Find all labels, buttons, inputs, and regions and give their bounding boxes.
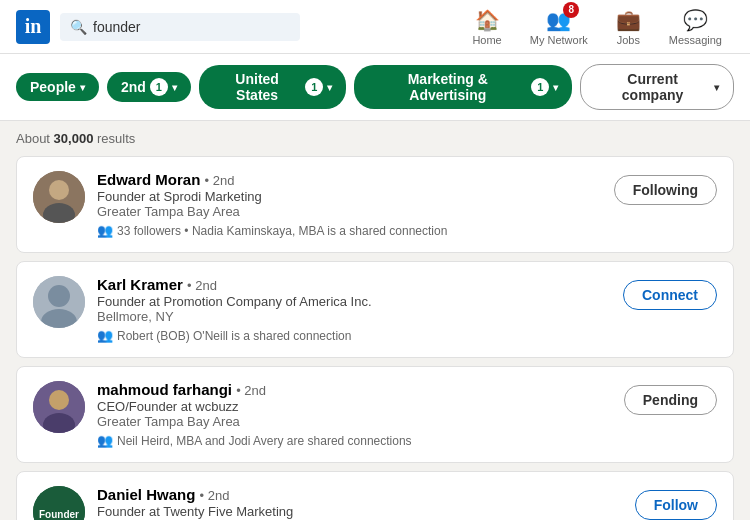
nav-label-home: Home bbox=[472, 34, 501, 46]
karl-connection: 👥 Robert (BOB) O'Neill is a shared conne… bbox=[97, 328, 611, 343]
person-card-mahmoud: mahmoud farhangi • 2nd CEO/Founder at wc… bbox=[16, 366, 734, 463]
connection-icon-mahmoud: 👥 bbox=[97, 433, 113, 448]
chevron-down-icon: ▾ bbox=[80, 82, 85, 93]
karl-avatar-svg bbox=[33, 276, 85, 328]
filter-people-label: People bbox=[30, 79, 76, 95]
edward-name-row: Edward Moran • 2nd bbox=[97, 171, 602, 188]
chevron-down-icon-marketing: ▾ bbox=[553, 82, 558, 93]
karl-title: Founder at Promotion Company of America … bbox=[97, 294, 611, 309]
filter-us-label: United States bbox=[213, 71, 302, 103]
network-badge: 8 bbox=[563, 2, 579, 18]
nav-bar: 🏠 Home 👥8 My Network 💼 Jobs 💬 Messaging bbox=[460, 4, 734, 50]
mahmoud-action: Pending bbox=[624, 381, 717, 415]
svg-text:Founder: Founder bbox=[39, 509, 79, 520]
avatar-mahmoud bbox=[33, 381, 85, 433]
mahmoud-avatar-svg bbox=[33, 381, 85, 433]
filter-marketing[interactable]: Marketing & Advertising 1 ▾ bbox=[354, 65, 572, 109]
filters-bar: People ▾ 2nd 1 ▾ United States 1 ▾ Marke… bbox=[0, 54, 750, 121]
mahmoud-connection: 👥 Neil Heird, MBA and Jodi Avery are sha… bbox=[97, 433, 612, 448]
linkedin-logo[interactable]: in bbox=[16, 10, 50, 44]
filter-current-company[interactable]: Current company ▾ bbox=[580, 64, 734, 110]
edward-location: Greater Tampa Bay Area bbox=[97, 204, 602, 219]
karl-location: Bellmore, NY bbox=[97, 309, 611, 324]
filter-us-badge: 1 bbox=[305, 78, 323, 96]
connection-icon-edward: 👥 bbox=[97, 223, 113, 238]
pending-button[interactable]: Pending bbox=[624, 385, 717, 415]
filter-2nd-badge: 1 bbox=[150, 78, 168, 96]
chevron-down-icon-company: ▾ bbox=[714, 82, 719, 93]
nav-label-network: My Network bbox=[530, 34, 588, 46]
avatar-daniel: Founder bbox=[33, 486, 85, 520]
filter-marketing-badge: 1 bbox=[531, 78, 549, 96]
mahmoud-location: Greater Tampa Bay Area bbox=[97, 414, 612, 429]
mahmoud-title: CEO/Founder at wcbuzz bbox=[97, 399, 612, 414]
filter-2nd[interactable]: 2nd 1 ▾ bbox=[107, 72, 191, 102]
mahmoud-degree: • 2nd bbox=[236, 383, 266, 398]
nav-item-messaging[interactable]: 💬 Messaging bbox=[657, 4, 734, 50]
daniel-info: Daniel Hwang • 2nd Founder at Twenty Fiv… bbox=[97, 486, 623, 520]
svg-point-7 bbox=[49, 390, 69, 410]
search-input[interactable] bbox=[93, 19, 273, 35]
daniel-name: Daniel Hwang bbox=[97, 486, 195, 503]
edward-avatar-svg bbox=[33, 171, 85, 223]
filter-marketing-label: Marketing & Advertising bbox=[368, 71, 527, 103]
karl-name-row: Karl Kramer • 2nd bbox=[97, 276, 611, 293]
jobs-icon: 💼 bbox=[616, 8, 641, 32]
daniel-degree: • 2nd bbox=[200, 488, 230, 503]
svg-point-4 bbox=[48, 285, 70, 307]
filter-united-states[interactable]: United States 1 ▾ bbox=[199, 65, 346, 109]
filter-company-label: Current company bbox=[595, 71, 710, 103]
nav-label-messaging: Messaging bbox=[669, 34, 722, 46]
daniel-action: Follow bbox=[635, 486, 717, 520]
daniel-name-row: Daniel Hwang • 2nd bbox=[97, 486, 623, 503]
filter-2nd-label: 2nd bbox=[121, 79, 146, 95]
results-area: About 30,000 results Edward Moran • 2nd … bbox=[0, 121, 750, 520]
edward-connection: 👥 33 followers • Nadia Kaminskaya, MBA i… bbox=[97, 223, 602, 238]
follow-button[interactable]: Follow bbox=[635, 490, 717, 520]
karl-name: Karl Kramer bbox=[97, 276, 183, 293]
avatar-edward bbox=[33, 171, 85, 223]
mahmoud-name-row: mahmoud farhangi • 2nd bbox=[97, 381, 612, 398]
daniel-title: Founder at Twenty Five Marketing bbox=[97, 504, 623, 519]
network-icon: 👥8 bbox=[546, 8, 571, 32]
chevron-down-icon-2nd: ▾ bbox=[172, 82, 177, 93]
mahmoud-info: mahmoud farhangi • 2nd CEO/Founder at wc… bbox=[97, 381, 612, 448]
nav-item-home[interactable]: 🏠 Home bbox=[460, 4, 513, 50]
karl-action: Connect bbox=[623, 276, 717, 310]
following-button[interactable]: Following bbox=[614, 175, 717, 205]
edward-degree: • 2nd bbox=[205, 173, 235, 188]
svg-point-1 bbox=[49, 180, 69, 200]
header: in 🔍 🏠 Home 👥8 My Network 💼 Jobs 💬 Messa… bbox=[0, 0, 750, 54]
nav-item-jobs[interactable]: 💼 Jobs bbox=[604, 4, 653, 50]
edward-title: Founder at Sprodi Marketing bbox=[97, 189, 602, 204]
person-card-daniel: Founder Daniel Hwang • 2nd Founder at Tw… bbox=[16, 471, 734, 520]
mahmoud-name: mahmoud farhangi bbox=[97, 381, 232, 398]
daniel-avatar-svg: Founder bbox=[33, 486, 85, 520]
person-card-edward: Edward Moran • 2nd Founder at Sprodi Mar… bbox=[16, 156, 734, 253]
results-count: About 30,000 results bbox=[16, 131, 734, 146]
nav-label-jobs: Jobs bbox=[617, 34, 640, 46]
search-icon: 🔍 bbox=[70, 19, 87, 35]
nav-item-network[interactable]: 👥8 My Network bbox=[518, 4, 600, 50]
connection-icon-karl: 👥 bbox=[97, 328, 113, 343]
person-card-karl: Karl Kramer • 2nd Founder at Promotion C… bbox=[16, 261, 734, 358]
avatar-karl bbox=[33, 276, 85, 328]
edward-action: Following bbox=[614, 171, 717, 205]
chevron-down-icon-us: ▾ bbox=[327, 82, 332, 93]
messaging-icon: 💬 bbox=[683, 8, 708, 32]
edward-name: Edward Moran bbox=[97, 171, 200, 188]
edward-info: Edward Moran • 2nd Founder at Sprodi Mar… bbox=[97, 171, 602, 238]
filter-people[interactable]: People ▾ bbox=[16, 73, 99, 101]
search-bar: 🔍 bbox=[60, 13, 300, 41]
connect-button[interactable]: Connect bbox=[623, 280, 717, 310]
karl-degree: • 2nd bbox=[187, 278, 217, 293]
home-icon: 🏠 bbox=[475, 8, 500, 32]
karl-info: Karl Kramer • 2nd Founder at Promotion C… bbox=[97, 276, 611, 343]
